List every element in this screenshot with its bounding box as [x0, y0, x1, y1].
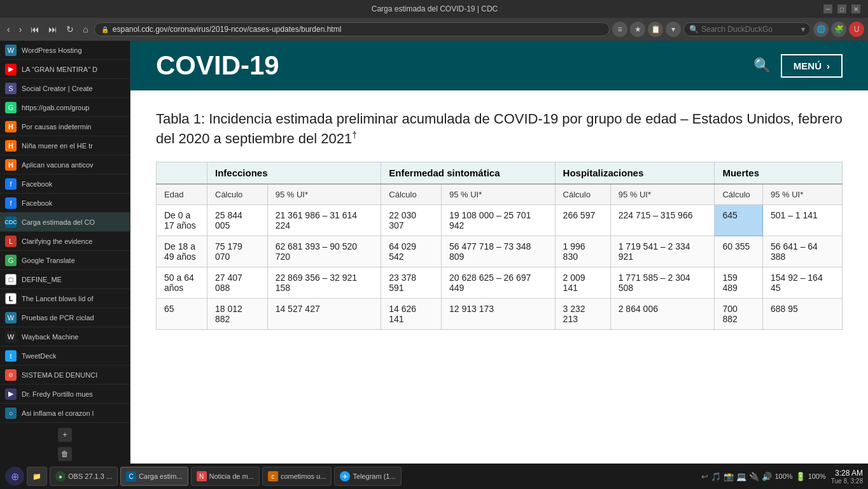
cell-muer-calc: 645 [715, 204, 762, 236]
search-bar[interactable]: 🔍 ▾ [683, 22, 811, 36]
sidebar-item-pruebas-pcr[interactable]: W Pruebas de PCR ciclad [0, 308, 130, 327]
cell-inf-ui: 21 361 986 – 31 614 224 [267, 204, 381, 236]
menu-label: MENÚ [794, 60, 822, 71]
th-sint-calc: Cálculo [381, 184, 442, 205]
window-controls[interactable]: ─ □ ✕ [823, 4, 860, 13]
sidebar-item-carga-estimada[interactable]: CDC Carga estimada del CO [0, 213, 130, 232]
system-tray: ↩ 🎵 📸 💻 🔌 🔊 100% 🔋 100% [701, 472, 825, 481]
clock-date: Tue 8, 3:28 [831, 478, 863, 485]
sidebar-item-vacuna[interactable]: H Aplican vacuna anticov [0, 155, 130, 174]
sidebar-item-clarifying[interactable]: L Clarifying the evidence [0, 232, 130, 251]
obs-icon: ● [55, 471, 66, 481]
minimize-button[interactable]: ─ [823, 4, 832, 13]
globe-icon[interactable]: 🌐 [813, 22, 829, 37]
close-button[interactable]: ✕ [851, 4, 860, 13]
sidebar-item-gran-mentira[interactable]: ▶ LA "GRAN MENTIRA" D [0, 60, 130, 79]
search-input[interactable] [701, 25, 799, 34]
fredy-icon: ▶ [5, 388, 17, 400]
th-edad: Edad [157, 184, 207, 205]
carga-icon: C [126, 471, 136, 481]
translate-icon: G [5, 255, 17, 266]
sidebar-item-tweetdeck[interactable]: t TweetDeck [0, 346, 130, 365]
nav-icon-4[interactable]: ▾ [666, 22, 681, 37]
table-section: Tabla 1: Incidencia estimada preliminar … [130, 90, 868, 349]
volume-icon[interactable]: 🔊 [762, 472, 772, 481]
telegram-label: Telegram (1... [353, 472, 395, 480]
search-icon: 🔍 [689, 25, 699, 34]
youtube-icon: ▶ [5, 64, 17, 75]
tray-icon-3[interactable]: 📸 [724, 472, 734, 481]
nav-icon-1[interactable]: ≡ [612, 22, 627, 37]
delete-bookmark-button[interactable]: 🗑 [58, 447, 72, 461]
profile-icon[interactable]: U [849, 22, 864, 37]
content-area: COVID-19 🔍 MENÚ › Tabla 1: Incidencia es… [130, 41, 868, 464]
sidebar-item-sistema[interactable]: ⊘ SISTEMA DE DENUNCI [0, 365, 130, 385]
taskbar-app-noticia[interactable]: N Noticia de m... [191, 467, 260, 486]
sidebar-item-define-me[interactable]: □ DEFINE_ME [0, 270, 130, 289]
taskbar-app-cometimos[interactable]: c cometimos u... [262, 467, 332, 486]
tray-icon-4[interactable]: 💻 [736, 472, 746, 481]
sidebar-item-google-translate[interactable]: G Google Translate [0, 251, 130, 270]
taskbar-folder-button[interactable]: 📁 [27, 467, 47, 486]
battery-label: 100% [808, 472, 826, 480]
th-sint-ui: 95 % UI* [441, 184, 555, 205]
cdc-logo: COVID-19 [156, 50, 279, 81]
sidebar: W WordPress Hosting ▶ LA "GRAN MENTIRA" … [0, 41, 130, 464]
sidebar-item-wayback[interactable]: W Wayback Machine [0, 327, 130, 346]
address-bar[interactable]: 🔒 [94, 22, 610, 36]
sidebar-item-gab[interactable]: G https://gab.com/group [0, 98, 130, 117]
taskbar-app-obs[interactable]: ● OBS 27.1.3 ... [50, 467, 118, 486]
cell-hosp-ui: 224 715 – 315 966 [610, 204, 715, 236]
cdc-search-button[interactable]: 🔍 [753, 57, 771, 74]
sidebar-item-label: Dr. Fredy Portillo mues [22, 390, 93, 398]
cdc-menu-button[interactable]: MENÚ › [781, 54, 843, 78]
obs-label: OBS 27.1.3 ... [68, 472, 112, 480]
table-row: 6518 012 88214 527 42714 626 14112 913 1… [157, 298, 843, 329]
home-button[interactable]: ⌂ [80, 23, 91, 36]
wordpress2-icon: W [5, 312, 17, 323]
tray-icon-1[interactable]: ↩ [701, 472, 708, 481]
taskbar-logo[interactable]: ⊕ [5, 467, 24, 486]
th-hosp-ui: 95 % UI* [610, 184, 715, 205]
sidebar-item-label: Social Creator | Create [22, 85, 93, 92]
forward-button[interactable]: › [16, 23, 25, 36]
sidebar-item-lancet[interactable]: L The Lancet blows lid of [0, 289, 130, 308]
sidebar-item-causas[interactable]: H Por causas indetermin [0, 117, 130, 136]
sidebar-item-facebook2[interactable]: f Facebook [0, 194, 130, 213]
twitter-icon: t [5, 350, 17, 362]
sidebar-item-fredy[interactable]: ▶ Dr. Fredy Portillo mues [0, 385, 130, 404]
cell-muer-ui: 688 95 [762, 298, 842, 329]
cell-inf-calc: 27 407 088 [207, 267, 268, 298]
nav-icon-2[interactable]: ★ [630, 22, 645, 37]
cell-sint-ui: 19 108 000 – 25 701 942 [441, 204, 555, 236]
taskbar-app-telegram[interactable]: ✈ Telegram (1... [334, 467, 401, 486]
cell-sint-ui: 20 628 625 – 26 697 449 [441, 267, 555, 298]
reload-button[interactable]: ↻ [63, 23, 77, 36]
sidebar-item-label: TweetDeck [22, 352, 56, 360]
battery-icon[interactable]: 🔋 [795, 472, 806, 481]
sidebar-item-facebook1[interactable]: f Facebook [0, 174, 130, 194]
th-infecciones: Infecciones [207, 162, 381, 184]
skip-end-button[interactable]: ⏭ [45, 23, 60, 36]
sidebar-item-wordpress-hosting[interactable]: W WordPress Hosting [0, 41, 130, 60]
sidebar-item-label: https://gab.com/group [22, 104, 89, 111]
th-muer-ui: 95 % UI* [762, 184, 842, 205]
extensions-icon[interactable]: 🧩 [831, 22, 846, 37]
back-button[interactable]: ‹ [4, 23, 13, 36]
cell-edad: De 0 a 17 años [157, 204, 207, 236]
cell-inf-ui: 22 869 356 – 32 921 158 [267, 267, 381, 298]
nav-icon-3[interactable]: 📋 [648, 22, 663, 37]
search-dropdown-icon[interactable]: ▾ [801, 25, 805, 34]
skip-start-button[interactable]: ⏮ [27, 23, 43, 36]
sidebar-item-nina[interactable]: H Niña muere en el HE tr [0, 136, 130, 155]
sidebar-item-social-creator[interactable]: S Social Creator | Create [0, 79, 130, 98]
add-bookmark-button[interactable]: + [58, 428, 72, 442]
sidebar-item-corazon[interactable]: ○ Asi inflama el corazon l [0, 404, 130, 423]
taskbar-app-carga[interactable]: C Carga estim... [120, 467, 188, 486]
tray-icon-5[interactable]: 🔌 [749, 472, 759, 481]
tray-icon-2[interactable]: 🎵 [711, 472, 721, 481]
gab-icon: G [5, 102, 17, 113]
cell-inf-calc: 18 012 882 [207, 298, 268, 329]
url-input[interactable] [113, 25, 603, 34]
restore-button[interactable]: □ [837, 4, 846, 13]
